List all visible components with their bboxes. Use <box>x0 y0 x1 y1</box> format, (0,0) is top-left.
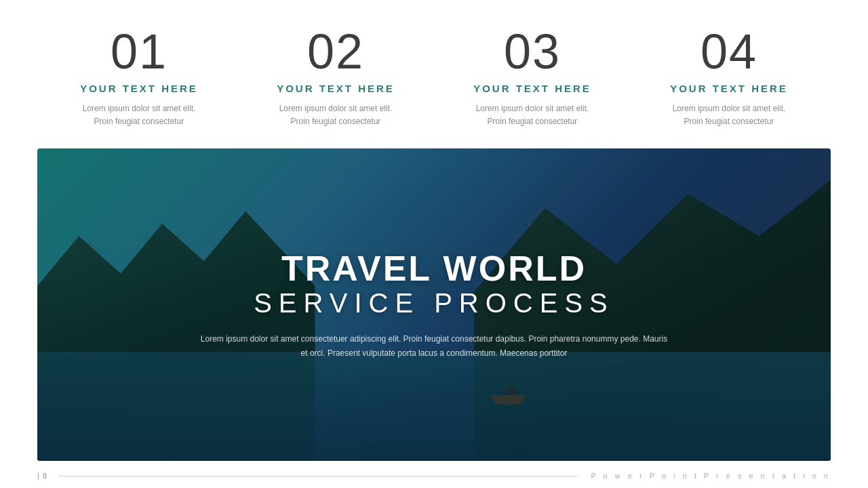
banner-title-main: TRAVEL WORLD <box>197 249 671 288</box>
col-01-heading: YOUR TEXT HERE <box>80 83 198 94</box>
top-section: 01 YOUR TEXT HERE Lorem ipsum dolor sit … <box>0 0 868 142</box>
col-02-body: Lorem ipsum dolor sit amet elit. Proin f… <box>279 102 393 128</box>
column-04: 04 YOUR TEXT HERE Lorem ipsum dolor sit … <box>631 27 827 128</box>
col-04-number: 04 <box>701 27 757 76</box>
footer-brand: P o w e r P o i n t P r e s e n t a t i … <box>591 472 831 480</box>
page-number: | 8 <box>37 472 47 480</box>
col-03-heading: YOUR TEXT HERE <box>473 83 591 94</box>
banner-description: Lorem ipsum dolor sit amet consectetuer … <box>197 332 671 360</box>
col-01-number: 01 <box>111 27 167 76</box>
col-04-heading: YOUR TEXT HERE <box>670 83 788 94</box>
col-03-body: Lorem ipsum dolor sit amet elit. Proin f… <box>476 102 589 128</box>
col-04-body: Lorem ipsum dolor sit amet elit. Proin f… <box>673 102 786 128</box>
banner-title-sub: SERVICE PROCESS <box>197 288 671 319</box>
column-03: 03 YOUR TEXT HERE Lorem ipsum dolor sit … <box>434 27 631 128</box>
slide: 01 YOUR TEXT HERE Lorem ipsum dolor sit … <box>0 0 868 488</box>
footer: | 8 P o w e r P o i n t P r e s e n t a … <box>0 464 868 488</box>
col-02-number: 02 <box>307 27 364 76</box>
col-01-body: Lorem ipsum dolor sit amet elit. Proin f… <box>83 102 196 128</box>
column-02: 02 YOUR TEXT HERE Lorem ipsum dolor sit … <box>237 27 434 128</box>
banner-content: TRAVEL WORLD SERVICE PROCESS Lorem ipsum… <box>170 236 698 373</box>
banner-section: TRAVEL WORLD SERVICE PROCESS Lorem ipsum… <box>37 148 831 461</box>
footer-line <box>58 476 577 476</box>
col-02-heading: YOUR TEXT HERE <box>277 83 395 94</box>
column-01: 01 YOUR TEXT HERE Lorem ipsum dolor sit … <box>41 27 237 128</box>
col-03-number: 03 <box>504 27 561 76</box>
